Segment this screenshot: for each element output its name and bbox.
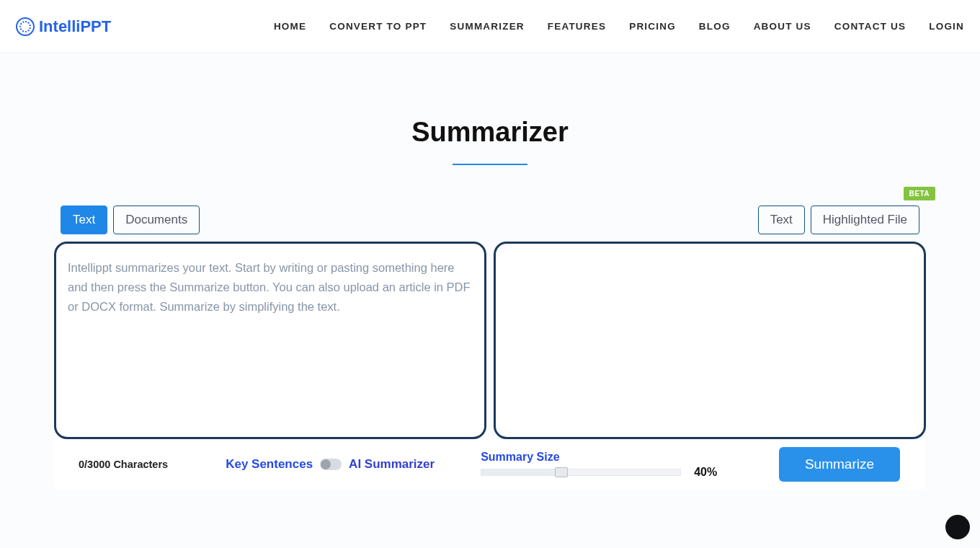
beta-badge: BETA [904,187,935,200]
output-textarea[interactable] [507,258,912,423]
nav-summarizer[interactable]: SUMMARIZER [450,21,525,32]
mode-key-sentences-label: Key Sentences [226,457,313,472]
summarize-button[interactable]: Summarize [779,447,900,482]
output-tabs: BETA Text Highlighted File [758,206,919,234]
output-panel [494,242,926,439]
tab-input-documents[interactable]: Documents [113,206,200,234]
char-count: 0/3000 Characters [79,459,168,470]
header: IntelliPPT HOME CONVERT TO PPT SUMMARIZE… [0,0,980,53]
tab-output-highlighted-file[interactable]: Highlighted File [811,206,919,234]
slider-row: 40% [481,466,717,479]
mode-ai-summarizer-label: AI Summarizer [349,457,435,472]
tab-input-text[interactable]: Text [61,206,107,234]
summary-size-label: Summary Size [481,451,717,464]
nav-features[interactable]: FEATURES [548,21,606,32]
brand-name: IntelliPPT [39,17,111,36]
chat-widget-button[interactable] [945,515,970,539]
nav-blog[interactable]: BLOG [699,21,731,32]
summary-size-value: 40% [694,466,717,479]
input-textarea[interactable] [68,258,473,423]
nav-home[interactable]: HOME [274,21,306,32]
nav-pricing[interactable]: PRICING [629,21,676,32]
panels [54,242,926,439]
summarize-mode-toggle: Key Sentences AI Summarizer [226,457,435,472]
title-underline [453,164,527,165]
nav-login[interactable]: LOGIN [929,21,964,32]
slider-fill [481,469,561,475]
summarizer-section: Summarizer Text Documents BETA Text High… [0,53,980,548]
summary-size-slider[interactable] [481,469,681,476]
page-title: Summarizer [0,117,980,148]
nav-contact-us[interactable]: CONTACT US [834,21,906,32]
control-bar: 0/3000 Characters Key Sentences AI Summa… [54,439,926,490]
logo-icon [16,17,35,36]
nav-about-us[interactable]: ABOUT US [754,21,811,32]
tabs-row: Text Documents BETA Text Highlighted Fil… [58,206,922,234]
tab-output-text[interactable]: Text [758,206,805,234]
nav-convert-to-ppt[interactable]: CONVERT TO PPT [329,21,427,32]
input-tabs: Text Documents [61,206,200,234]
mode-toggle[interactable] [320,459,342,470]
brand-logo[interactable]: IntelliPPT [16,17,111,36]
summary-size-block: Summary Size 40% [481,451,717,479]
main-nav: HOME CONVERT TO PPT SUMMARIZER FEATURES … [274,21,964,32]
slider-thumb[interactable] [555,467,568,477]
input-panel [54,242,486,439]
